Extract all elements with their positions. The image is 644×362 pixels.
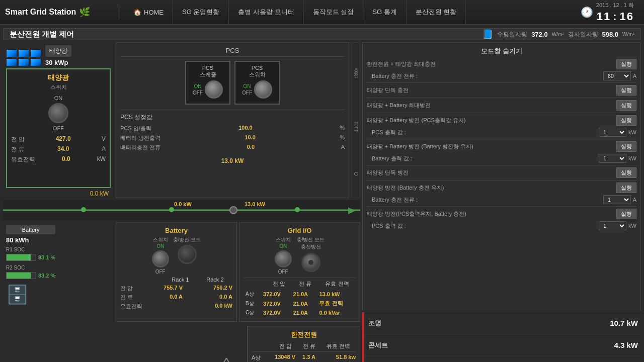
pcs-main-switch-label: PCS스위치: [249, 65, 266, 78]
slope-radiation-label: 경사일사량: [568, 30, 598, 39]
solar-labels: 태양광 30 kWp: [45, 45, 71, 66]
r2-soc-pct: 83.2 %: [38, 273, 55, 279]
mode-separator-4: [367, 139, 636, 139]
r1-soc-pct: 83.1 %: [38, 254, 55, 260]
solar-power-label: 유효전력: [11, 155, 35, 164]
battery-charge-select-1[interactable]: 60: [603, 71, 631, 80]
pcs-schedule-inner: ON OFF: [193, 80, 223, 99]
battery-switch-knob[interactable]: [152, 250, 169, 267]
r1-soc-area: R1 SOC 83.1 %: [6, 246, 55, 262]
solar-control-box: 태양광 스위치 ON OFF 전 압 427.0 V: [6, 68, 111, 188]
page-header: 분산전원 개별 제어 📘 수평일사량 372.0 W/m² 경사일사량 598.…: [3, 28, 641, 40]
r1-soc-label: R1 SOC: [6, 247, 25, 252]
solar-voltage-value: 427.0: [56, 135, 71, 144]
battery-mode-knob[interactable]: [178, 245, 197, 264]
nav-sg-operations[interactable]: SG 운영현황: [173, 0, 229, 25]
battery-on-label: ON: [156, 243, 164, 249]
mode-2-btn[interactable]: 실행: [616, 85, 636, 96]
nav-floor-monitor[interactable]: 층별 사용량 모니터: [229, 0, 303, 25]
right-section: 모드창 숨기기 한전전원 + 태양광 최대충전 실행 Battery 충전 전류…: [362, 42, 641, 362]
pcs-settings: PCS 설정값 PCS 입/출력 100.0 % 배터리 방전출력 10.0 %: [120, 110, 345, 151]
mode-separator-1: [367, 82, 636, 83]
mode-4-btn[interactable]: 실행: [616, 115, 636, 126]
solar-panel-bottom-row: [6, 58, 41, 66]
charging-label: 충전: [352, 64, 359, 74]
pcs-battery-charge-unit: A: [341, 144, 345, 151]
haneon-phase-a-power: 51.8 kw: [315, 354, 356, 361]
o-label: O: [353, 172, 359, 176]
solar-voltage-row: 전 압 427.0 V: [11, 135, 106, 144]
mode-4-input-row: PCS 출력 값 : 1 kW: [372, 128, 636, 137]
solar-pcs-row: 태양광 30 kWp 태양광 스위치 ON OFF: [3, 42, 360, 198]
nav-mode-settings[interactable]: 동작모드 설정: [304, 0, 364, 25]
home-icon: 🏠: [133, 9, 141, 16]
solar-current-unit: A: [102, 145, 106, 154]
solar-tag: 태양광: [45, 45, 71, 57]
pcs-output-select-2[interactable]: 1: [599, 221, 626, 230]
haneon-table-section: 한전전원 전 압 전 류 유효 전력 A상 13048 V 1.3 A 51.8…: [247, 326, 360, 362]
right-power-area: 조명 10.7 kW 콘세트 4.3 kW 냉난방 11.6 kW: [362, 312, 641, 362]
leaf-icon: 🌿: [79, 7, 90, 18]
solar-switch-area: ON OFF: [11, 95, 106, 131]
battery-current-row: 전 류 0.0 A 0.0 A: [120, 294, 232, 301]
mode-8-text: 태양광 방전(PCS출력유지, Battery 충전): [367, 210, 613, 218]
haneon-spacer: [3, 326, 207, 362]
power-labels-list: 조명 10.7 kW 콘세트 4.3 kW 냉난방 11.6 kW: [362, 312, 641, 362]
pcs-output-label-2: PCS 출력 값 :: [372, 222, 597, 230]
grid-phase-a-power: 13.0 kW: [317, 290, 356, 299]
grid-mode-indicator: [308, 260, 313, 265]
solar-panel-top-row: [6, 49, 41, 57]
battery-mode-col: 충/방전 모드: [173, 236, 201, 275]
clock-date: 2015 . 12 . 1 화: [596, 2, 634, 9]
solar-voltage-label: 전 압: [11, 135, 25, 144]
mode-6-btn[interactable]: 실행: [616, 167, 636, 178]
battery-rack1-current: 0.0 A: [170, 294, 183, 301]
brand-name: Smart Grid Station: [5, 8, 76, 17]
mode-1-unit: A: [633, 73, 636, 79]
mode-separator-2: [367, 98, 636, 98]
solar-switch-knob[interactable]: [48, 103, 68, 123]
solar-off-label: OFF: [53, 125, 64, 131]
power-label-lighting: 조명: [368, 319, 381, 328]
solar-radiation-info: 📘 수평일사량 372.0 W/m² 경사일사량 598.0 W/m²: [482, 29, 634, 40]
solar-power-unit: kW: [97, 155, 106, 164]
pcs-output-select-1[interactable]: 1: [599, 128, 626, 137]
grid-phase-b-label: B상: [244, 299, 261, 308]
mode-8-btn[interactable]: 실행: [616, 209, 636, 219]
pcs-main-switch: PCS스위치 ON OFF: [234, 61, 280, 105]
solar-voltage-unit: V: [102, 135, 106, 144]
pcs-battery-charge-row: 배터리충전 전류 0.0 A: [120, 144, 345, 151]
mode-4-unit: kW: [628, 129, 636, 135]
nav-sg-stats[interactable]: SG 통계: [363, 0, 406, 25]
grid-mode-knob[interactable]: [301, 253, 320, 272]
grid-phase-c-row: C상 372.0V 21.0A 0.0 kVar: [244, 308, 356, 317]
pcs-schedule-knob[interactable]: [205, 80, 223, 99]
nav-distributed-power[interactable]: 분산전원 현황: [407, 0, 466, 25]
grid-title: Grid I/O: [244, 227, 356, 234]
power-tower-area: 한전전원: [209, 326, 244, 362]
discharge-label: 방전: [311, 243, 321, 250]
mode-3-text: 태양광 + Battery 최대방전: [367, 102, 613, 109]
battery-output-select[interactable]: 1: [599, 154, 626, 163]
mode-7-btn[interactable]: 실행: [616, 183, 636, 193]
battery-icon: 🗄️: [6, 284, 55, 305]
battery-charge-select-2[interactable]: 1: [603, 195, 631, 204]
r2-soc-bar-row: 83.2 %: [6, 272, 55, 279]
haneon-voltage-header: 전 압: [279, 342, 292, 350]
mode-1-btn[interactable]: 실행: [616, 59, 636, 69]
flow-center-dot: [229, 206, 237, 214]
nav-home[interactable]: 🏠 HOME: [124, 0, 173, 25]
pcs-main-knob[interactable]: [254, 80, 272, 99]
flow-dot-2: [169, 207, 174, 214]
battery-off-label: OFF: [155, 269, 166, 275]
r2-soc-bar-bg: [6, 272, 36, 279]
grid-phase-c-label: C상: [244, 308, 261, 317]
mode-3-btn[interactable]: 실행: [616, 100, 636, 111]
slope-radiation-value: 598.0: [602, 31, 619, 38]
mode-7-input-row: Battery 충전 전류 : 1 A: [372, 195, 636, 204]
brand-logo: Smart Grid Station 🌿: [5, 7, 116, 18]
grid-switch-knob[interactable]: [275, 250, 292, 267]
mode-separator-6: [367, 180, 636, 180]
battery-rack1-voltage: 755.7 V: [164, 285, 183, 292]
mode-5-btn[interactable]: 실행: [616, 141, 636, 152]
